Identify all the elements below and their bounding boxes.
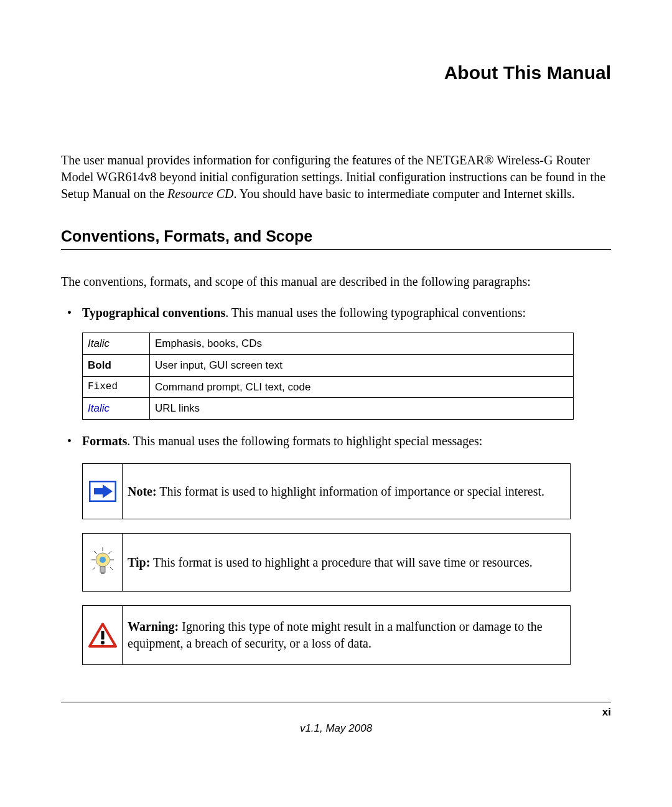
note-icon-cell — [83, 464, 123, 519]
section-heading: Conventions, Formats, and Scope — [61, 227, 611, 250]
table-cell-right: URL links — [150, 398, 574, 420]
note-label: Note: — [128, 484, 157, 498]
svg-line-3 — [94, 551, 97, 554]
conventions-list: Typographical conventions. This manual u… — [61, 304, 611, 665]
version-footer: v1.1, May 2008 — [0, 722, 672, 735]
svg-line-8 — [110, 567, 113, 570]
table-row: Italic Emphasis, books, CDs — [83, 333, 574, 355]
page-number: xi — [602, 706, 611, 719]
tip-box: Tip: This format is used to highlight a … — [82, 533, 571, 592]
footer-rule — [61, 702, 611, 702]
table-cell-left: Italic — [83, 398, 150, 420]
svg-point-10 — [100, 557, 106, 563]
lightbulb-icon — [89, 546, 116, 578]
svg-point-15 — [101, 641, 105, 644]
note-text-cell: Note: This format is used to highlight i… — [123, 464, 570, 519]
bullet1-text: . This manual uses the following typogra… — [225, 306, 526, 319]
section-intro: The conventions, formats, and scope of t… — [61, 273, 611, 290]
tip-label: Tip: — [128, 555, 150, 569]
intro-paragraph: The user manual provides information for… — [61, 152, 611, 202]
warning-text: Ignoring this type of note might result … — [128, 620, 543, 650]
svg-rect-12 — [101, 572, 105, 574]
warning-box: Warning: Ignoring this type of note migh… — [82, 605, 571, 665]
table-cell-right: Emphasis, books, CDs — [150, 333, 574, 355]
arrow-right-icon — [89, 481, 116, 502]
tip-icon-cell — [83, 534, 123, 591]
intro-text-2: . You should have basic to intermediate … — [234, 187, 575, 201]
typography-table: Italic Emphasis, books, CDs Bold User in… — [82, 333, 574, 420]
note-text: This format is used to highlight informa… — [157, 484, 544, 498]
table-row: Bold User input, GUI screen text — [83, 354, 574, 376]
note-box: Note: This format is used to highlight i… — [82, 463, 571, 519]
warning-text-cell: Warning: Ignoring this type of note migh… — [123, 606, 570, 664]
table-cell-right: Command prompt, CLI text, code — [150, 376, 574, 398]
warning-label: Warning: — [128, 620, 179, 633]
table-cell-left: Fixed — [83, 376, 150, 398]
svg-line-4 — [108, 551, 111, 554]
bullet1-label: Typographical conventions — [82, 306, 225, 319]
page-title: About This Manual — [61, 62, 611, 83]
svg-rect-14 — [101, 631, 104, 639]
tip-text-cell: Tip: This format is used to highlight a … — [123, 534, 570, 591]
table-cell-left: Italic — [83, 333, 150, 355]
warning-icon — [88, 622, 117, 648]
table-cell-left: Bold — [83, 354, 150, 376]
list-item-typographical: Typographical conventions. This manual u… — [61, 304, 611, 420]
list-item-formats: Formats. This manual uses the following … — [61, 432, 611, 665]
table-row: Fixed Command prompt, CLI text, code — [83, 376, 574, 398]
table-row: Italic URL links — [83, 398, 574, 420]
bullet2-label: Formats — [82, 434, 127, 448]
warning-icon-cell — [83, 606, 123, 664]
svg-line-7 — [93, 567, 95, 570]
intro-italic: Resource CD — [167, 187, 233, 201]
svg-rect-11 — [100, 567, 105, 572]
bullet2-text: . This manual uses the following formats… — [127, 434, 482, 448]
format-boxes: Note: This format is used to highlight i… — [82, 463, 611, 665]
table-cell-right: User input, GUI screen text — [150, 354, 574, 376]
tip-text: This format is used to highlight a proce… — [150, 555, 532, 569]
